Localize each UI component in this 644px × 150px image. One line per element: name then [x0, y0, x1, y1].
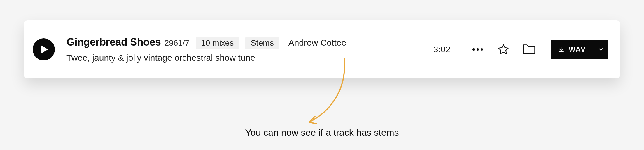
- dots-icon: [481, 48, 483, 51]
- svg-marker-0: [41, 45, 48, 54]
- favorite-button[interactable]: [495, 41, 512, 58]
- download-button[interactable]: WAV: [551, 40, 608, 59]
- mixes-chip[interactable]: 10 mixes: [196, 37, 239, 49]
- download-main[interactable]: WAV: [551, 45, 593, 53]
- star-icon: [498, 44, 509, 55]
- track-row: Gingerbread Shoes 2961/7 10 mixes Stems …: [24, 20, 620, 78]
- dots-icon: [473, 48, 475, 51]
- add-to-project-button[interactable]: [521, 41, 537, 58]
- track-info: Gingerbread Shoes 2961/7 10 mixes Stems …: [66, 36, 346, 63]
- more-options-button[interactable]: [470, 48, 486, 51]
- track-title[interactable]: Gingerbread Shoes: [66, 36, 161, 48]
- folder-icon: [523, 44, 535, 54]
- annotation-caption: You can now see if a track has stems: [0, 127, 644, 138]
- dots-icon: [477, 48, 479, 51]
- play-icon: [41, 45, 48, 54]
- download-format-dropdown[interactable]: [593, 48, 608, 51]
- stems-chip[interactable]: Stems: [245, 37, 279, 49]
- track-title-row: Gingerbread Shoes 2961/7 10 mixes Stems …: [66, 36, 346, 49]
- track-description: Twee, jaunty & jolly vintage orchestral …: [66, 53, 346, 63]
- download-icon: [558, 46, 565, 53]
- chevron-down-icon: [598, 48, 603, 51]
- track-duration: 3:02: [433, 44, 450, 54]
- download-format-label: WAV: [569, 45, 586, 53]
- svg-marker-1: [498, 44, 508, 54]
- artist-name[interactable]: Andrew Cottee: [288, 38, 346, 48]
- track-code: 2961/7: [164, 38, 190, 48]
- play-button[interactable]: [33, 38, 55, 60]
